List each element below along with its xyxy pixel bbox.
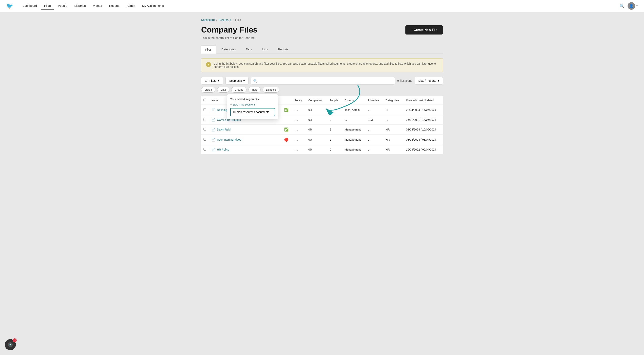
completion-value: 0% [308,128,312,131]
breadcrumb-sep2: / [233,18,234,22]
chevron-down-icon: ▾ [438,79,439,82]
search-input[interactable] [251,77,395,85]
page-title-group: Company Files [201,25,258,34]
policy-value: ... [294,128,298,131]
libraries-value: 123 [368,118,373,121]
segment-name-input[interactable] [230,108,275,116]
filters-button[interactable]: ⊟ Filters ▾ [201,77,223,85]
search-wrapper: 🔍 [251,77,395,85]
info-icon: i [206,62,211,67]
breadcrumb-current: Files [235,18,241,22]
people-value: 2 [330,138,331,141]
breadcrumb: Dashboard / Pear Inc. ▾ / Files [201,18,443,22]
file-name-link[interactable]: 📄 HR Policy [212,148,280,151]
nav-admin[interactable]: Admin [124,3,138,10]
row-checkbox[interactable] [204,128,206,131]
file-name-link[interactable]: 📄 User Training Video [212,138,280,142]
categories-value: ... [386,118,388,121]
filter-tag-libraries[interactable]: Libraries [262,87,279,93]
completion-value: 0% [308,138,312,141]
policy-value: ... [294,138,298,141]
people-value: 0 [330,148,331,151]
col-people: People [327,96,342,105]
libraries-value: ... [368,108,370,112]
chevron-down-icon: ▾ [243,79,245,82]
chevron-down-icon: ▾ [218,79,219,82]
tab-categories[interactable]: Categories [217,46,240,53]
tab-tags[interactable]: Tags [242,46,256,53]
search-icon[interactable]: 🔍 [620,4,624,8]
status-published-icon: ✅ [284,108,288,112]
tab-reports[interactable]: Reports [274,46,293,53]
chevron-down-icon: ▾ [636,4,638,8]
file-name-link[interactable]: 📄 Dawn Raid [212,128,280,132]
files-count: 9 files found [397,79,412,82]
nav-libraries[interactable]: Libraries [72,3,88,10]
tab-files[interactable]: Files [201,46,216,54]
libraries-value: ... [368,128,370,131]
nav-videos[interactable]: Videos [90,3,105,10]
avatar[interactable]: 👤 ▾ [628,2,638,10]
people-value: 2 [330,108,331,112]
create-new-file-button[interactable]: + Create New File [406,25,443,35]
segments-button[interactable]: Segments ▾ [226,77,248,85]
status-published-icon: ✅ [284,128,288,132]
col-created: Created / Last Updated [404,96,443,105]
filter-tag-status[interactable]: Status [201,87,215,93]
row-checkbox[interactable] [204,138,206,141]
groups-value: Management [344,148,361,151]
status-warning-icon: 🔴 [284,138,288,142]
file-icon: 📄 [212,148,216,151]
breadcrumb-company[interactable]: Pear Inc. ▾ [218,19,231,22]
info-box: i Using the list below, you can search a… [201,58,443,72]
groups-value: Management [344,138,361,141]
libraries-value: ... [368,148,370,151]
avatar-icon: 👤 [628,2,635,10]
file-icon: 📄 [212,138,216,142]
filter-tag-groups[interactable]: Groups [231,87,246,93]
created-value: 25/11/2021 / 14/05/2024 [406,118,436,121]
page-subtitle: This is the central list of files for Pe… [201,36,443,40]
select-all-checkbox[interactable] [204,99,206,101]
nav-files[interactable]: Files [41,3,54,10]
nav-people[interactable]: People [55,3,70,10]
file-icon: 📄 [212,108,216,112]
col-groups: Groups [342,96,366,105]
filter-icon: ⊟ [205,79,207,82]
page-title: Company Files [201,25,258,34]
nav-reports[interactable]: Reports [106,3,122,10]
row-checkbox[interactable] [204,108,206,111]
nav-dashboard[interactable]: Dashboard [20,3,40,10]
tab-lists[interactable]: Lists [258,46,272,53]
created-value: 08/04/2024 / 10/05/2024 [406,128,436,131]
lists-reports-button[interactable]: Lists / Reports ▾ [415,77,443,85]
row-checkbox[interactable] [204,148,206,151]
segments-dropdown: Your saved segments + Save This Segment [227,94,278,119]
file-name: User Training Video [217,138,241,141]
file-name: HR Policy [217,148,229,151]
policy-value: ... [294,118,298,121]
groups-value: ... [344,118,347,121]
main-content: Dashboard / Pear Inc. ▾ / Files Company … [193,12,451,161]
navbar: 🐦 Dashboard Files People Libraries Video… [0,0,644,12]
policy-value: ... [294,108,298,112]
filter-tags-row: Status Date Groups Tags Libraries [201,87,443,93]
created-value: 08/04/2024 / 14/05/2024 [406,108,436,112]
col-categories: Categories [383,96,404,105]
filter-tag-date[interactable]: Date [217,87,229,93]
created-value: 08/04/2024 / 08/04/2024 [406,138,436,141]
segments-label: Segments [229,79,242,82]
lists-reports-label: Lists / Reports [418,79,436,82]
people-value: 2 [330,128,331,131]
info-text: Using the list below, you can search and… [214,62,438,68]
nav-my-assignments[interactable]: My Assignments [139,3,166,10]
row-checkbox[interactable] [204,118,206,121]
categories-value: IT [386,108,388,112]
breadcrumb-dashboard[interactable]: Dashboard [201,18,215,22]
filter-tag-tags[interactable]: Tags [248,87,260,93]
col-libraries: Libraries [366,96,384,105]
page-header: Company Files + Create New File [201,25,443,35]
categories-value: HR [386,148,390,151]
save-segment-link[interactable]: + Save This Segment [230,103,275,106]
file-name: Dawn Raid [217,128,230,131]
